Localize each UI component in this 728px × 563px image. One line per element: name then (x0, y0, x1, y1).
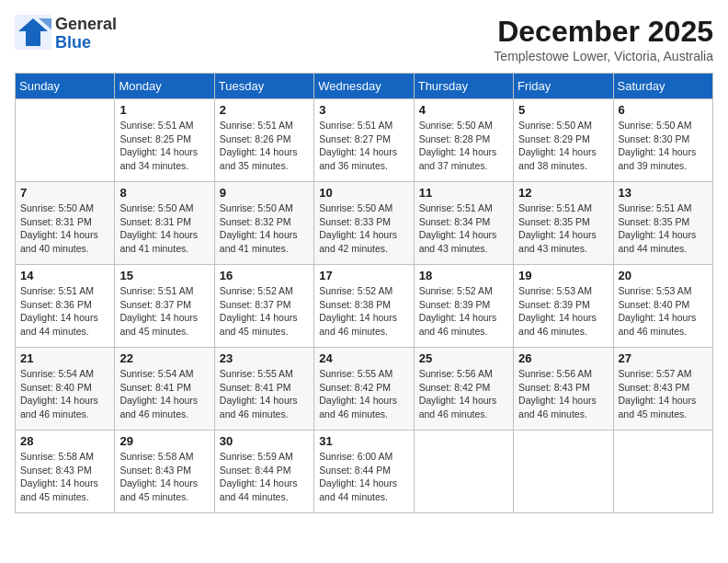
table-row: 7Sunrise: 5:50 AM Sunset: 8:31 PM Daylig… (16, 182, 115, 265)
day-number: 1 (119, 103, 209, 117)
day-info: Sunrise: 5:52 AM Sunset: 8:38 PM Dayligh… (319, 284, 408, 339)
logo-icon (15, 15, 51, 53)
day-info: Sunrise: 5:53 AM Sunset: 8:39 PM Dayligh… (518, 284, 608, 339)
day-number: 28 (20, 434, 109, 448)
table-row (414, 431, 513, 513)
day-number: 10 (319, 186, 408, 200)
day-info: Sunrise: 5:51 AM Sunset: 8:37 PM Dayligh… (119, 284, 209, 339)
table-row: 26Sunrise: 5:56 AM Sunset: 8:43 PM Dayli… (514, 348, 613, 431)
day-info: Sunrise: 5:56 AM Sunset: 8:42 PM Dayligh… (419, 367, 508, 421)
table-row: 23Sunrise: 5:55 AM Sunset: 8:41 PM Dayli… (214, 348, 313, 431)
table-row: 22Sunrise: 5:54 AM Sunset: 8:41 PM Dayli… (115, 348, 214, 431)
table-row: 18Sunrise: 5:52 AM Sunset: 8:39 PM Dayli… (414, 265, 513, 348)
day-info: Sunrise: 5:52 AM Sunset: 8:37 PM Dayligh… (220, 284, 309, 339)
header-monday: Monday (115, 74, 214, 99)
day-number: 6 (619, 103, 708, 117)
weekday-header-row: Sunday Monday Tuesday Wednesday Thursday… (16, 74, 713, 99)
table-row: 3Sunrise: 5:51 AM Sunset: 8:27 PM Daylig… (314, 99, 414, 182)
day-number: 31 (319, 434, 408, 448)
day-info: Sunrise: 5:51 AM Sunset: 8:35 PM Dayligh… (619, 201, 708, 256)
day-number: 13 (619, 186, 708, 200)
header-sunday: Sunday (16, 74, 115, 99)
day-info: Sunrise: 5:51 AM Sunset: 8:36 PM Dayligh… (20, 284, 109, 339)
day-info: Sunrise: 6:00 AM Sunset: 8:44 PM Dayligh… (319, 450, 408, 504)
day-number: 3 (319, 103, 408, 117)
day-number: 22 (119, 351, 209, 365)
table-row (16, 99, 115, 182)
day-info: Sunrise: 5:59 AM Sunset: 8:44 PM Dayligh… (220, 450, 309, 504)
table-row (613, 431, 712, 513)
table-row: 19Sunrise: 5:53 AM Sunset: 8:39 PM Dayli… (514, 265, 613, 348)
day-info: Sunrise: 5:53 AM Sunset: 8:40 PM Dayligh… (619, 284, 708, 339)
day-number: 12 (518, 186, 608, 200)
day-info: Sunrise: 5:57 AM Sunset: 8:43 PM Dayligh… (619, 367, 708, 421)
table-row: 14Sunrise: 5:51 AM Sunset: 8:36 PM Dayli… (16, 265, 115, 348)
table-row: 16Sunrise: 5:52 AM Sunset: 8:37 PM Dayli… (214, 265, 313, 348)
day-number: 19 (518, 269, 608, 282)
table-row: 31Sunrise: 6:00 AM Sunset: 8:44 PM Dayli… (314, 431, 414, 513)
header-tuesday: Tuesday (214, 74, 313, 99)
day-number: 4 (419, 103, 508, 117)
day-info: Sunrise: 5:52 AM Sunset: 8:39 PM Dayligh… (419, 284, 508, 339)
table-row: 24Sunrise: 5:55 AM Sunset: 8:42 PM Dayli… (314, 348, 414, 431)
day-number: 20 (619, 269, 708, 282)
day-info: Sunrise: 5:54 AM Sunset: 8:41 PM Dayligh… (119, 367, 209, 421)
day-info: Sunrise: 5:50 AM Sunset: 8:31 PM Dayligh… (119, 201, 209, 256)
day-number: 16 (220, 269, 309, 282)
day-info: Sunrise: 5:50 AM Sunset: 8:32 PM Dayligh… (220, 201, 309, 256)
header-wednesday: Wednesday (314, 74, 414, 99)
table-row: 17Sunrise: 5:52 AM Sunset: 8:38 PM Dayli… (314, 265, 414, 348)
day-number: 7 (20, 186, 109, 200)
calendar-row: 14Sunrise: 5:51 AM Sunset: 8:36 PM Dayli… (16, 265, 713, 348)
day-number: 2 (220, 103, 309, 117)
day-number: 17 (319, 269, 408, 282)
calendar-row: 21Sunrise: 5:54 AM Sunset: 8:40 PM Dayli… (16, 348, 713, 431)
header-saturday: Saturday (613, 74, 712, 99)
table-row: 6Sunrise: 5:50 AM Sunset: 8:30 PM Daylig… (613, 99, 712, 182)
day-number: 5 (518, 103, 608, 117)
day-number: 11 (419, 186, 508, 200)
day-number: 24 (319, 351, 408, 365)
day-number: 27 (619, 351, 708, 365)
day-info: Sunrise: 5:50 AM Sunset: 8:33 PM Dayligh… (319, 201, 408, 256)
title-area: December 2025 Templestowe Lower, Victori… (494, 15, 713, 63)
day-info: Sunrise: 5:54 AM Sunset: 8:40 PM Dayligh… (20, 367, 109, 421)
logo: General Blue (15, 15, 117, 53)
day-info: Sunrise: 5:51 AM Sunset: 8:34 PM Dayligh… (419, 201, 508, 256)
day-number: 29 (119, 434, 209, 448)
day-number: 25 (419, 351, 508, 365)
table-row: 4Sunrise: 5:50 AM Sunset: 8:28 PM Daylig… (414, 99, 513, 182)
table-row: 2Sunrise: 5:51 AM Sunset: 8:26 PM Daylig… (214, 99, 313, 182)
day-number: 15 (119, 269, 209, 282)
table-row: 5Sunrise: 5:50 AM Sunset: 8:29 PM Daylig… (514, 99, 613, 182)
day-number: 8 (119, 186, 209, 200)
table-row: 11Sunrise: 5:51 AM Sunset: 8:34 PM Dayli… (414, 182, 513, 265)
day-number: 26 (518, 351, 608, 365)
day-info: Sunrise: 5:58 AM Sunset: 8:43 PM Dayligh… (20, 450, 109, 504)
day-info: Sunrise: 5:55 AM Sunset: 8:41 PM Dayligh… (220, 367, 309, 421)
calendar-table: Sunday Monday Tuesday Wednesday Thursday… (15, 73, 713, 513)
day-info: Sunrise: 5:50 AM Sunset: 8:31 PM Dayligh… (20, 201, 109, 256)
day-number: 14 (20, 269, 109, 282)
table-row: 25Sunrise: 5:56 AM Sunset: 8:42 PM Dayli… (414, 348, 513, 431)
day-number: 9 (220, 186, 309, 200)
table-row: 29Sunrise: 5:58 AM Sunset: 8:43 PM Dayli… (115, 431, 214, 513)
calendar-row: 7Sunrise: 5:50 AM Sunset: 8:31 PM Daylig… (16, 182, 713, 265)
table-row: 15Sunrise: 5:51 AM Sunset: 8:37 PM Dayli… (115, 265, 214, 348)
table-row (514, 431, 613, 513)
table-row: 8Sunrise: 5:50 AM Sunset: 8:31 PM Daylig… (115, 182, 214, 265)
header-thursday: Thursday (414, 74, 513, 99)
table-row: 27Sunrise: 5:57 AM Sunset: 8:43 PM Dayli… (613, 348, 712, 431)
table-row: 30Sunrise: 5:59 AM Sunset: 8:44 PM Dayli… (214, 431, 313, 513)
day-info: Sunrise: 5:50 AM Sunset: 8:30 PM Dayligh… (619, 119, 708, 173)
logo-general: General (55, 15, 117, 33)
day-info: Sunrise: 5:58 AM Sunset: 8:43 PM Dayligh… (119, 450, 209, 504)
day-number: 30 (220, 434, 309, 448)
header-friday: Friday (514, 74, 613, 99)
day-number: 21 (20, 351, 109, 365)
day-number: 23 (220, 351, 309, 365)
table-row: 10Sunrise: 5:50 AM Sunset: 8:33 PM Dayli… (314, 182, 414, 265)
day-info: Sunrise: 5:51 AM Sunset: 8:35 PM Dayligh… (518, 201, 608, 256)
day-info: Sunrise: 5:50 AM Sunset: 8:28 PM Dayligh… (419, 119, 508, 173)
table-row: 1Sunrise: 5:51 AM Sunset: 8:25 PM Daylig… (115, 99, 214, 182)
